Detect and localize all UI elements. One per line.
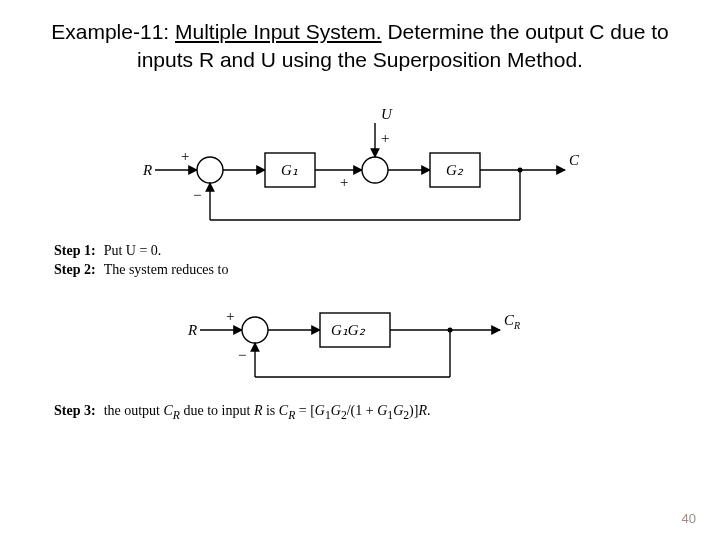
- svg-point-5: [362, 157, 388, 183]
- label-R: R: [142, 162, 152, 178]
- block-diagram-2: R + − G₁G₂ CR: [170, 295, 550, 395]
- step1-label: Step 1:: [54, 243, 102, 260]
- step2-label: Step 2:: [54, 262, 102, 279]
- label2-plus: +: [226, 308, 234, 324]
- step2-text: The system reduces to: [104, 262, 235, 279]
- step3-text: the output CR due to input R is CR = [G1…: [104, 403, 437, 423]
- label2-CR: CR: [504, 312, 520, 331]
- block-diagram-1: R + − G₁ + U + G₂ C: [125, 105, 595, 235]
- label-U: U: [381, 106, 393, 122]
- label-plus2: +: [340, 174, 348, 190]
- page-number: 40: [682, 511, 696, 526]
- label2-G1G2: G₁G₂: [331, 322, 366, 338]
- label2-R: R: [187, 322, 197, 338]
- label2-minus: −: [238, 347, 246, 363]
- steps-1-2: Step 1: Put U = 0. Step 2: The system re…: [52, 241, 680, 281]
- label-plus1: +: [181, 148, 189, 164]
- slide-title: Example-11: Multiple Input System. Deter…: [40, 18, 680, 75]
- label-G2: G₂: [446, 162, 464, 178]
- label-G1: G₁: [281, 162, 298, 178]
- label-plusU: +: [381, 130, 389, 146]
- step3-label: Step 3:: [54, 403, 102, 423]
- svg-point-15: [242, 317, 268, 343]
- label-minus1: −: [193, 187, 201, 203]
- label-C: C: [569, 152, 580, 168]
- step1-text: Put U = 0.: [104, 243, 235, 260]
- title-prefix: Example-11:: [51, 20, 175, 43]
- step-3: Step 3: the output CR due to input R is …: [52, 401, 680, 425]
- svg-point-1: [197, 157, 223, 183]
- title-underlined: Multiple Input System.: [175, 20, 382, 43]
